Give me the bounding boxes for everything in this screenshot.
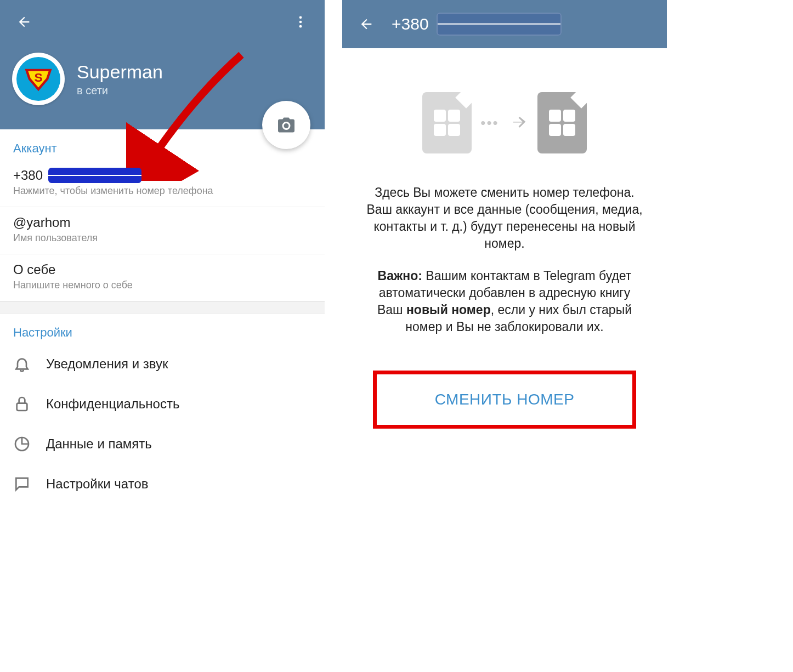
username-value: @yarhom <box>13 215 311 230</box>
settings-chats[interactable]: Настройки чатов <box>0 464 325 504</box>
username-sub: Имя пользователя <box>13 232 311 244</box>
header-phone-prefix: +380 <box>392 15 429 33</box>
svg-point-2 <box>299 25 302 28</box>
phone-prefix: +380 <box>13 168 43 183</box>
svg-point-1 <box>299 21 302 24</box>
avatar[interactable]: S <box>12 53 65 105</box>
settings-section-title: Настройки <box>0 314 325 344</box>
username-item[interactable]: @yarhom Имя пользователя <box>0 207 325 254</box>
header-phone: +380 <box>392 13 562 36</box>
phone-redacted <box>48 168 141 183</box>
profile-status: в сети <box>77 84 163 97</box>
change-number-header: +380 <box>342 0 667 48</box>
sim-old-icon <box>422 92 472 153</box>
svg-rect-5 <box>17 403 27 411</box>
settings-item-label: Данные и память <box>46 436 152 452</box>
superman-logo-icon: S <box>24 64 53 94</box>
arrow-right-icon <box>510 112 529 133</box>
back-arrow-icon <box>359 16 374 32</box>
bio-item[interactable]: О себе Напишите немного о себе <box>0 254 325 301</box>
back-button[interactable] <box>354 12 378 36</box>
more-menu-button[interactable] <box>288 10 313 34</box>
avatar-image: S <box>16 57 60 101</box>
bio-label: О себе <box>13 262 311 277</box>
back-button[interactable] <box>12 10 36 34</box>
settings-pane: S Superman в сети Аккаунт +380 Наж <box>0 0 325 672</box>
pie-chart-icon <box>13 435 31 453</box>
profile-name: Superman <box>77 61 163 83</box>
important-label: Важно: <box>378 269 422 283</box>
bell-icon <box>13 355 31 373</box>
header-phone-redacted <box>437 13 562 36</box>
section-divider <box>0 301 325 314</box>
phone-sub: Нажмите, чтобы изменить номер телефона <box>13 185 311 197</box>
camera-icon <box>276 115 296 135</box>
arrow-dots-icon: ••• <box>480 115 499 132</box>
settings-privacy[interactable]: Конфиденциальность <box>0 384 325 424</box>
settings-notifications[interactable]: Уведомления и звук <box>0 344 325 384</box>
phone-number-item[interactable]: +380 Нажмите, чтобы изменить номер телеф… <box>0 160 325 207</box>
back-arrow-icon <box>16 14 32 30</box>
settings-item-label: Уведомления и звук <box>46 356 168 372</box>
profile-header: S Superman в сети <box>0 0 325 129</box>
info-p1: Здесь Вы можете сменить номер телефона. … <box>365 184 644 252</box>
chat-icon <box>13 475 31 493</box>
settings-data[interactable]: Данные и память <box>0 424 325 464</box>
sim-new-icon <box>537 92 587 153</box>
info-p2-bold: новый номер <box>406 303 491 317</box>
lock-icon <box>13 395 31 413</box>
change-number-pane: +380 ••• Здесь Вы можете сменить номер т… <box>342 0 667 672</box>
more-vertical-icon <box>293 14 308 30</box>
change-number-button[interactable]: СМЕНИТЬ НОМЕР <box>373 371 636 429</box>
info-p2: Важно: Вашим контактам в Telegram будет … <box>365 267 644 335</box>
pane-separator <box>330 0 337 672</box>
settings-item-label: Настройки чатов <box>46 476 149 492</box>
change-photo-button[interactable] <box>262 101 310 149</box>
sim-swap-illustration: ••• <box>342 92 667 153</box>
settings-item-label: Конфиденциальность <box>46 396 179 412</box>
svg-text:S: S <box>34 70 42 84</box>
info-body: Здесь Вы можете сменить номер телефона. … <box>342 164 667 335</box>
bio-sub: Напишите немного о себе <box>13 280 311 291</box>
svg-point-0 <box>299 16 302 19</box>
